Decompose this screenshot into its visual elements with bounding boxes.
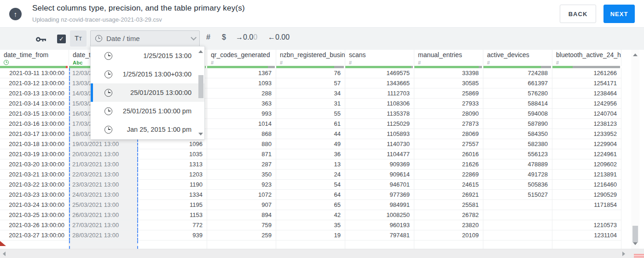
number-type-mark: #	[556, 60, 559, 65]
numeric-type-button[interactable]: #	[206, 33, 210, 41]
vertical-scroll-thumb[interactable]	[632, 226, 638, 242]
table-cell: 894	[207, 210, 276, 220]
datetime-type-icon	[4, 60, 9, 65]
table-cell: 2021-03-26 13:00:00	[0, 220, 69, 230]
text-type-button[interactable]: TT	[70, 30, 87, 47]
table-cell	[345, 240, 414, 249]
table-cell: 2021-03-18 13:00:00	[0, 139, 69, 149]
table-cell: 55	[276, 109, 345, 119]
table-cell: 57	[276, 78, 345, 88]
table-cell: 1135378	[345, 109, 414, 119]
table-cell: 1125029	[345, 119, 414, 129]
column-type-mark: #	[556, 59, 617, 65]
decimal-left-button[interactable]: ←0.00	[268, 33, 290, 41]
table-cell: 26782	[414, 210, 483, 220]
option-label: 1/25/2015 13:00	[143, 52, 191, 59]
column-header-nzbn_registered_busine[interactable]: nzbn_registered_busine#	[276, 50, 345, 66]
table-cell: 1209602	[552, 159, 621, 170]
dropdown-scrollbar[interactable]	[197, 47, 203, 138]
column-header-bluetooth_active_24_hr_[interactable]: bluetooth_active_24_hr_#	[552, 50, 621, 66]
table-cell: 20109	[414, 230, 483, 240]
horizontal-scrollbar[interactable]	[0, 249, 644, 258]
primary-key-icon[interactable]	[36, 36, 47, 44]
date-format-option[interactable]: Jan 25, 2015 1:00 pm	[91, 120, 204, 139]
column-header-active_devices[interactable]: active_devices#	[483, 50, 552, 66]
table-cell: 576280	[483, 88, 552, 99]
table-cell: 2021-03-14 13:00:00	[0, 99, 69, 109]
include-column-checkbox[interactable]: ✓	[57, 35, 66, 43]
table-cell: 1343665	[345, 78, 414, 88]
table-cell: 1153	[138, 210, 207, 220]
table-cell: 1014	[207, 119, 276, 129]
next-button[interactable]: NEXT	[603, 5, 635, 23]
table-cell: 1140730	[345, 139, 414, 149]
table-cell: 871	[207, 149, 276, 159]
table-cell: 1238464	[552, 88, 621, 99]
date-format-option[interactable]: 1/25/2015 13:00+03:00	[91, 65, 204, 83]
column-header-scans[interactable]: scans#	[345, 50, 414, 66]
table-cell: 22/03/2021 13:00	[69, 170, 138, 180]
table-cell: 2021-03-21 13:00:00	[0, 170, 69, 180]
datetime-type-select[interactable]: Date / time	[90, 30, 200, 47]
table-cell	[483, 240, 552, 249]
table-cell: 28/03/2021 13:00	[69, 230, 138, 240]
clock-icon	[95, 35, 102, 42]
date-format-option[interactable]: 25/01/2015 13:00:00	[91, 83, 204, 102]
scroll-down-icon[interactable]	[633, 242, 638, 245]
column-type-mark: #	[280, 59, 341, 65]
table-cell: 1216460	[552, 180, 621, 190]
currency-type-button[interactable]: $	[222, 33, 226, 41]
table-cell: 2021-03-25 13:00:00	[0, 210, 69, 220]
table-cell: 880	[207, 139, 276, 149]
date-format-option[interactable]: 25/01/2015 1:00:00 pm	[91, 102, 204, 120]
table-cell	[483, 220, 552, 230]
table-cell: 478889	[483, 159, 552, 170]
table-cell: 2021-03-16 13:00:00	[0, 119, 69, 129]
table-cell: 1093	[207, 78, 276, 88]
column-name: qr_codes_generated	[211, 51, 272, 59]
table-cell: 491728	[483, 170, 552, 180]
table-row: 2021-03-19 13:00:0020/03/2021 13:0010358…	[0, 149, 621, 159]
table-cell: 1231104	[552, 230, 621, 240]
scroll-right-icon[interactable]	[622, 252, 625, 256]
dropdown-scroll-thumb[interactable]	[198, 75, 203, 98]
table-cell: 1238123	[552, 119, 621, 129]
table-cell	[207, 240, 276, 249]
table-cell: 960193	[345, 220, 414, 230]
wizard-header: ↑ Select columns type, precision, and th…	[0, 0, 644, 28]
table-cell: 1171854	[552, 200, 621, 210]
table-cell: 1367	[207, 68, 276, 78]
table-cell	[276, 240, 345, 249]
column-name: nzbn_registered_busine	[280, 51, 341, 59]
table-cell: 1233952	[552, 129, 621, 139]
column-name: bluetooth_active_24_hr_	[556, 51, 617, 59]
column-header-qr_codes_generated[interactable]: qr_codes_generated#	[207, 50, 276, 66]
table-cell: 363	[207, 99, 276, 109]
upload-cloud-icon: ↑	[9, 8, 22, 20]
back-button[interactable]: BACK	[560, 5, 596, 23]
dropdown-scroll-up-icon[interactable]	[198, 50, 203, 53]
vertical-scrollbar[interactable]	[631, 50, 639, 249]
option-label: 1/25/2015 13:00+03:00	[122, 70, 191, 78]
table-cell: 27/03/2021 13:00	[69, 220, 138, 230]
column-header-date_time_from[interactable]: date_time_from	[0, 50, 69, 66]
table-cell: 1313	[138, 159, 207, 170]
number-type-mark: #	[280, 60, 283, 65]
decimal-right-button[interactable]: →0.00	[236, 33, 257, 41]
table-cell: 33398	[414, 68, 483, 78]
table-cell: 44	[276, 129, 345, 139]
table-row: 2021-03-27 13:00:0028/03/2021 13:0093925…	[0, 230, 621, 240]
text-type-mark: Abc	[73, 60, 83, 65]
date-format-option[interactable]: 1/25/2015 13:00	[91, 47, 204, 65]
table-cell	[483, 200, 552, 210]
number-type-mark: #	[349, 60, 352, 65]
table-cell: 907	[207, 200, 276, 210]
column-header-manual_entries[interactable]: manual_entries#	[414, 50, 483, 66]
table-cell: 26/03/2021 13:00	[69, 210, 138, 220]
clock-icon	[104, 52, 112, 60]
table-cell: 587890	[483, 119, 552, 129]
scroll-left-icon[interactable]	[3, 252, 6, 256]
table-cell: 1290529	[552, 190, 621, 200]
dropdown-scroll-down-icon[interactable]	[198, 133, 203, 135]
scroll-up-icon[interactable]	[633, 53, 638, 56]
